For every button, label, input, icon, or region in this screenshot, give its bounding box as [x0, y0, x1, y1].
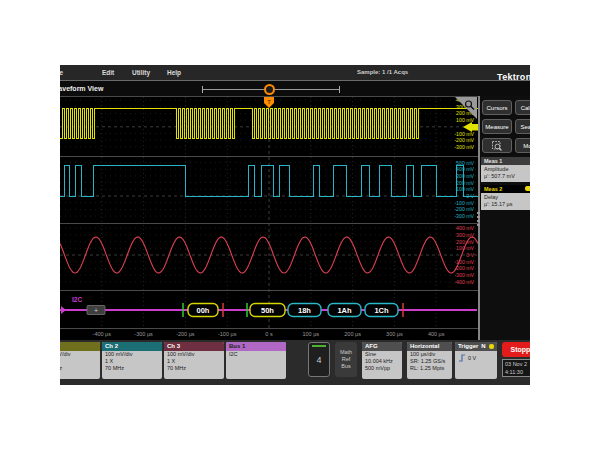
badge-line: 1 X: [60, 358, 100, 365]
date-text: 03 Nov 2: [505, 360, 530, 368]
tektronix-logo: Tektronix: [497, 72, 530, 82]
badge-line: 10.004 kHz: [362, 358, 402, 365]
afg-badge[interactable]: AFG Sine10.004 kHz500 mVpp: [362, 342, 402, 379]
menu-item-utility[interactable]: Utility: [132, 69, 150, 76]
voltage-scale-label: -200 mV: [454, 206, 474, 212]
badge-line: 500 mVpp: [362, 365, 402, 372]
bus-packet-value: 1Ch: [374, 306, 389, 315]
cursors-button[interactable]: Cursors: [482, 100, 512, 115]
badge-line: 100 mV/div: [60, 351, 100, 358]
time-axis-label: -200 µs: [176, 331, 195, 337]
voltage-scale-label: -300 mV: [454, 144, 474, 150]
badge-line: 1 X: [164, 358, 224, 365]
menu-bar: FileEditUtilityHelp Sample: 1 /1 Acqs: [60, 65, 530, 80]
meas2-value: µ': 15.17 µs: [484, 201, 530, 208]
badge-line: 100 mV/div: [102, 351, 162, 358]
meas2-badge[interactable]: Meas 2 Delay µ': 15.17 µs: [481, 185, 530, 210]
voltage-scale-label: 100 mV: [456, 186, 474, 192]
meas2-source-icon: [525, 186, 530, 191]
plus-icon: +: [94, 307, 98, 314]
badge-line: Sine: [362, 351, 402, 358]
badge-line: 70 MHz: [102, 365, 162, 372]
time-axis-label: 100 µs: [302, 331, 319, 337]
meas2-name: Delay: [484, 194, 530, 201]
tab-waveform-view[interactable]: Waveform View: [60, 85, 103, 92]
badge-ch2[interactable]: Ch 2100 mV/div1 X70 MHz: [102, 342, 162, 379]
menu-item-help[interactable]: Help: [167, 69, 181, 76]
tab-row: Waveform View: [60, 80, 530, 96]
badge-line: 100 µs/div: [407, 351, 452, 358]
badge-header: Ch 1: [60, 342, 100, 351]
screenshot-canvas: FileEditUtilityHelp Sample: 1 /1 Acqs Te…: [0, 0, 610, 450]
voltage-scale-label: -400 mV: [454, 279, 474, 285]
bus1-label: I2C: [72, 296, 82, 303]
time-axis-label: -300 µs: [134, 331, 153, 337]
trigger-badge[interactable]: Trigger N 0 V: [455, 342, 497, 379]
math-ref-bus-button[interactable]: MathRefBus: [335, 342, 357, 377]
bus-packet-value: 1Ah: [337, 306, 352, 315]
meas2-title: Meas 2: [484, 186, 502, 192]
meas1-value: µ': 507.7 mV: [484, 173, 530, 180]
badge-line: I2C: [226, 351, 286, 358]
rising-edge-icon: [458, 354, 466, 362]
search-button[interactable]: Search: [515, 119, 530, 134]
measure-button[interactable]: Measure: [482, 119, 512, 134]
badge-line: Ref: [335, 356, 357, 363]
channel4-button[interactable]: 4: [308, 342, 330, 377]
menu-item-file[interactable]: File: [60, 69, 63, 76]
badge-header: Bus 1: [226, 342, 286, 351]
badge-header: Ch 3: [164, 342, 224, 351]
trigger-position-handle[interactable]: [264, 84, 275, 95]
badge-line: Bus: [335, 363, 357, 370]
settings-bar: Ch 1100 mV/div1 X70 MHzCh 2100 mV/div1 X…: [60, 340, 530, 385]
run-stop-button[interactable]: Stopped: [502, 342, 530, 357]
menu-item-edit[interactable]: Edit: [102, 69, 114, 76]
badge-line: RL: 1.25 Mpts: [407, 365, 452, 372]
sample-status: Sample: 1 /1 Acqs: [357, 69, 408, 75]
channel4-color-line: [312, 345, 326, 347]
voltage-scale-label: 300 mV: [456, 173, 474, 179]
bus-packet-value: 18h: [298, 306, 311, 315]
voltage-scale-label: -100 mV: [454, 259, 474, 265]
badge-line: SR: 1.25 GS/s: [407, 358, 452, 365]
time-axis-label: -100 µs: [218, 331, 237, 337]
panel-splitter-grip[interactable]: [477, 212, 480, 226]
badge-ch1[interactable]: Ch 1100 mV/div1 X70 MHz: [60, 342, 100, 379]
horizontal-title: Horizontal: [410, 343, 439, 349]
voltage-scale-label: 200 mV: [456, 180, 474, 186]
voltage-scale-label: -200 mV: [454, 137, 474, 143]
voltage-scale-label: -100 mV: [454, 200, 474, 206]
time-text: 4:11:30: [505, 368, 530, 376]
scope-application-window: FileEditUtilityHelp Sample: 1 /1 Acqs Te…: [60, 65, 530, 385]
badge-bus1[interactable]: Bus 1I2C: [226, 342, 286, 379]
voltage-scale-label: 0 V: [466, 252, 474, 258]
badge-line: 1 X: [102, 358, 162, 365]
time-axis-label: 200 µs: [344, 331, 361, 337]
callout-button[interactable]: Callout: [515, 100, 530, 115]
more-button[interactable]: More: [515, 138, 530, 153]
bus-packet-value: 50h: [261, 306, 274, 315]
badge-line: Math: [335, 349, 357, 356]
meas1-name: Amplitude: [484, 166, 530, 173]
zoom-overlay-button[interactable]: [482, 138, 512, 153]
time-axis-label: 300 µs: [386, 331, 403, 337]
meas1-badge[interactable]: Meas 1 Amplitude µ': 507.7 mV: [481, 157, 530, 182]
badge-line: 70 MHz: [60, 365, 100, 372]
time-axis-label: 0 s: [265, 331, 273, 337]
waveform-display[interactable]: 400 mV300 mV200 mV100 mV-100 mV-200 mV-3…: [60, 96, 478, 340]
afg-title: AFG: [365, 343, 378, 349]
meas1-title: Meas 1: [481, 157, 530, 165]
results-panel: CursorsCalloutMeasureSearchMore Meas 1 A…: [478, 96, 530, 340]
voltage-scale-label: -300 mV: [454, 272, 474, 278]
datetime-display: 03 Nov 2 4:11:30: [502, 359, 530, 377]
badge-line: 70 MHz: [164, 365, 224, 372]
trigger-title: Trigger: [458, 343, 478, 349]
time-axis-label: -400 µs: [93, 331, 112, 337]
voltage-scale-label: 400 mV: [456, 166, 474, 172]
trigger-source-icon: [489, 344, 494, 349]
voltage-scale-label: 400 mV: [456, 225, 474, 231]
badge-ch3[interactable]: Ch 3100 mV/div1 X70 MHz: [164, 342, 224, 379]
horizontal-badge[interactable]: Horizontal 100 µs/divSR: 1.25 GS/sRL: 1.…: [407, 342, 452, 379]
bus-packet-value: 00h: [197, 306, 210, 315]
voltage-scale-label: -300 mV: [454, 213, 474, 219]
